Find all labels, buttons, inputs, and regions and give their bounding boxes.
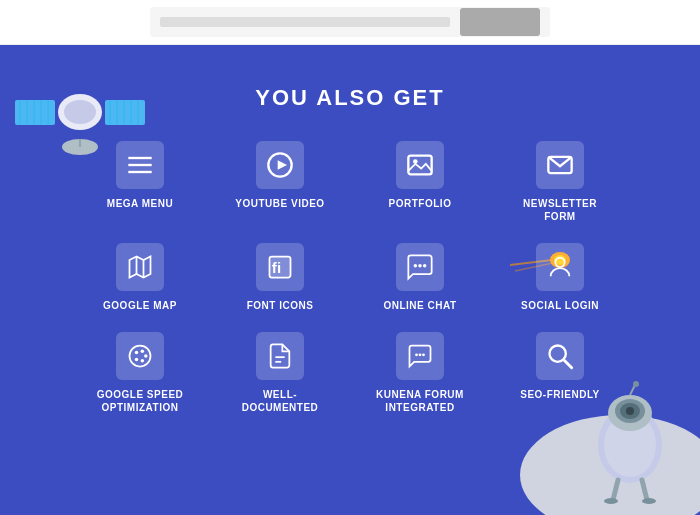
svg-point-13 [64,100,96,124]
icon-label-google-map: GOOGLE MAP [103,299,177,312]
icon-label-well-documented: WELL-DOCUMENTED [235,388,325,414]
icon-label-social-login: SOCIAL LOGIN [521,299,599,312]
icon-item-online-chat[interactable]: ONLINE CHAT [375,243,465,312]
svg-point-31 [642,498,656,504]
icon-box-google-speed [116,332,164,380]
svg-point-59 [550,346,566,362]
icon-item-google-speed[interactable]: GOOGLE SPEED OPTIMIZATION [95,332,185,414]
icon-label-google-speed: GOOGLE SPEED OPTIMIZATION [95,388,185,414]
svg-point-44 [414,264,418,268]
svg-point-30 [604,498,618,504]
svg-text:fi: fi [272,259,281,276]
svg-line-29 [642,480,647,500]
top-bar [0,0,700,45]
icon-label-seo-friendly: SEO-FRIENDLY [520,388,600,401]
svg-rect-0 [15,100,55,125]
icon-box-newsletter-form [536,141,584,189]
icon-label-font-icons: FONT ICONS [247,299,314,312]
icons-row-1: GOOGLE MAPfiFONT ICONSONLINE CHATSOCIAL … [95,243,605,312]
icons-grid: MEGA MENUYOUTUBE VIDEOPORTFOLIONEWSLETTE… [0,141,700,414]
icon-item-google-map[interactable]: GOOGLE MAP [95,243,185,312]
icon-label-portfolio: PORTFOLIO [389,197,452,210]
search-button[interactable] [460,8,540,36]
svg-line-60 [565,361,572,368]
icons-row-0: MEGA MENUYOUTUBE VIDEOPORTFOLIONEWSLETTE… [95,141,605,223]
icon-box-google-map [116,243,164,291]
icon-label-youtube-video: YOUTUBE VIDEO [235,197,324,210]
svg-rect-33 [128,164,151,166]
svg-point-50 [141,350,145,354]
icon-item-well-documented[interactable]: WELL-DOCUMENTED [235,332,325,414]
icon-item-newsletter-form[interactable]: NEWSLETTER FORM [515,141,605,223]
icon-item-mega-menu[interactable]: MEGA MENU [95,141,185,223]
svg-rect-32 [128,157,151,159]
icon-box-mega-menu [116,141,164,189]
icon-item-portfolio[interactable]: PORTFOLIO [375,141,465,223]
icon-box-kunena-forum [396,332,444,380]
svg-rect-37 [408,156,431,175]
icons-row-2: GOOGLE SPEED OPTIMIZATIONWELL-DOCUMENTED… [95,332,605,414]
svg-rect-34 [128,171,151,173]
icon-box-portfolio [396,141,444,189]
icon-item-youtube-video[interactable]: YOUTUBE VIDEO [235,141,325,223]
svg-point-45 [418,264,422,268]
svg-point-52 [141,359,145,363]
icon-label-online-chat: ONLINE CHAT [383,299,456,312]
svg-point-53 [135,358,139,362]
search-bar [150,7,550,37]
icon-item-seo-friendly[interactable]: SEO-FRIENDLY [515,332,605,414]
svg-point-57 [419,353,422,356]
svg-point-49 [135,351,139,355]
icon-label-kunena-forum: KUNENA FORUM INTEGRATED [375,388,465,414]
icon-box-font-icons: fi [256,243,304,291]
svg-point-56 [415,353,418,356]
svg-rect-6 [105,100,145,125]
icon-box-youtube-video [256,141,304,189]
main-section: YOU ALSO GET MEGA MENUYOUTUBE VIDEOPORTF… [0,45,700,515]
icon-box-social-login [536,243,584,291]
icon-item-social-login[interactable]: SOCIAL LOGIN [515,243,605,312]
svg-line-28 [613,480,618,500]
svg-point-51 [144,354,148,358]
icon-box-online-chat [396,243,444,291]
svg-point-47 [555,258,564,267]
icon-box-well-documented [256,332,304,380]
icon-box-seo-friendly [536,332,584,380]
svg-marker-36 [278,160,287,169]
icon-item-kunena-forum[interactable]: KUNENA FORUM INTEGRATED [375,332,465,414]
icon-label-mega-menu: MEGA MENU [107,197,173,210]
svg-point-58 [422,353,425,356]
search-input-placeholder [160,17,450,27]
svg-point-46 [423,264,427,268]
icon-item-font-icons[interactable]: fiFONT ICONS [235,243,325,312]
icon-label-newsletter-form: NEWSLETTER FORM [515,197,605,223]
